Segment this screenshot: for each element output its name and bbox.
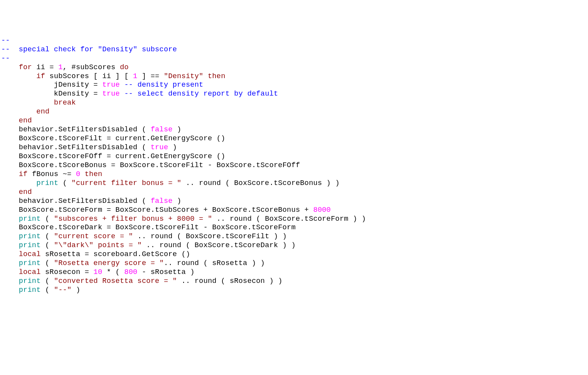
code-token: print xyxy=(19,241,41,249)
code-token: "--" xyxy=(54,286,72,294)
code-token: kDensity = xyxy=(1,90,102,98)
code-token: -- xyxy=(1,54,10,63)
code-token: "Rosetta energy score = " xyxy=(54,259,164,267)
code-token: ii = xyxy=(32,63,58,72)
code-token: print xyxy=(19,232,41,241)
code-line: local sRosetta = scoreboard.GetScore () xyxy=(1,250,588,259)
code-line: BoxScore.tScoreForm = BoxScore.tSubScore… xyxy=(1,206,588,215)
code-token: local xyxy=(19,268,41,276)
code-token: if xyxy=(19,170,28,178)
code-token xyxy=(203,72,208,80)
code-token xyxy=(1,215,19,223)
code-token: sRosetta = scoreboard.GetScore () xyxy=(41,250,190,258)
code-line: -- xyxy=(1,37,588,45)
code-token: -- special check for "Density" subscore xyxy=(1,45,177,54)
code-token: print xyxy=(36,179,58,187)
code-token: for xyxy=(19,63,32,72)
code-line: -- xyxy=(1,54,588,63)
code-token xyxy=(1,241,19,249)
code-token: 800 xyxy=(124,268,137,276)
code-token xyxy=(1,108,36,116)
code-token: ) xyxy=(168,143,177,152)
code-token: .. round ( BoxScore.tScoreDark ) ) xyxy=(142,241,296,249)
code-token: ] == xyxy=(137,72,164,80)
code-token: BoxScore.tScoreFilt = current.GetEnergyS… xyxy=(1,134,225,143)
code-token xyxy=(120,81,124,89)
code-token: 1 xyxy=(58,63,63,72)
code-token: BoxScore.tScoreFOff = current.GetEnergyS… xyxy=(1,152,225,160)
code-line: local sRosecon = 10 * ( 800 - sRosetta ) xyxy=(1,268,588,277)
code-token: false xyxy=(150,126,173,134)
code-token xyxy=(80,170,84,178)
code-token: "\"dark\" points = " xyxy=(54,241,142,249)
code-line: kDensity = true -- select density report… xyxy=(1,90,588,99)
code-token: .. round ( sRosetta ) ) xyxy=(164,259,265,267)
code-token: then xyxy=(208,72,225,80)
code-token: "Density" xyxy=(164,72,203,80)
code-line: end xyxy=(1,188,588,197)
code-line: print ( "current score = " .. round ( Bo… xyxy=(1,232,588,241)
code-token: end xyxy=(19,117,32,125)
code-token xyxy=(1,250,19,258)
code-token: 0 xyxy=(76,170,80,178)
code-token xyxy=(1,277,19,285)
code-token: false xyxy=(150,197,173,205)
code-token xyxy=(1,286,19,294)
code-token: .. round ( BoxScore.tScoreFilt ) ) xyxy=(133,232,287,241)
code-token: .. round ( BoxScore.tScoreBonus ) ) xyxy=(181,179,340,187)
code-token: end xyxy=(36,108,49,116)
code-token: print xyxy=(19,286,41,294)
code-line: if subScores [ ii ] [ 1 ] == "Density" t… xyxy=(1,72,588,81)
code-token: - sRosetta ) xyxy=(137,268,194,276)
code-token: 1 xyxy=(133,72,137,80)
code-token: ( xyxy=(41,215,54,223)
code-token: sRosecon = xyxy=(41,268,94,276)
code-line: -- special check for "Density" subscore xyxy=(1,45,588,54)
code-token: then xyxy=(85,170,102,178)
code-token: do xyxy=(120,63,129,72)
code-token xyxy=(1,63,19,72)
code-token xyxy=(1,268,19,276)
code-token: BoxScore.tScoreForm = BoxScore.tSubScore… xyxy=(1,206,313,214)
code-token xyxy=(1,117,19,125)
code-token: print xyxy=(19,277,41,285)
code-token: if xyxy=(36,72,45,80)
code-token: ( xyxy=(41,259,54,267)
code-token: behavior.SetFiltersDisabled ( xyxy=(1,197,150,205)
code-line: print ( "current filter bonus = " .. rou… xyxy=(1,179,588,188)
code-token: 10 xyxy=(93,268,102,276)
code-token: print xyxy=(19,259,41,267)
code-token: -- density present xyxy=(124,81,203,89)
code-token xyxy=(1,232,19,241)
code-token xyxy=(1,170,19,178)
code-token: .. round ( sRosecon ) ) xyxy=(177,277,282,285)
code-line: BoxScore.tScoreFilt = current.GetEnergyS… xyxy=(1,134,588,143)
code-token: behavior.SetFiltersDisabled ( xyxy=(1,126,150,134)
code-token: ( xyxy=(41,241,54,249)
code-token: ) xyxy=(173,197,182,205)
code-token xyxy=(1,259,19,267)
code-line: print ( "Rosetta energy score = ".. roun… xyxy=(1,259,588,268)
code-token: -- select density report by default xyxy=(124,90,278,98)
code-token: jDensity = xyxy=(1,81,102,89)
code-token xyxy=(1,188,19,196)
code-line: behavior.SetFiltersDisabled ( true ) xyxy=(1,143,588,152)
code-token: .. round ( BoxScore.tScoreForm ) ) xyxy=(212,215,366,223)
code-token: BoxScore.tScoreBonus = BoxScore.tScoreFi… xyxy=(1,161,300,169)
code-line: print ( "--" ) xyxy=(1,286,588,295)
code-token xyxy=(120,90,124,98)
code-token: ( xyxy=(41,286,54,294)
code-token: BoxScore.tScoreDark = BoxScore.tScoreFil… xyxy=(1,223,296,232)
code-token: 8000 xyxy=(313,206,331,214)
code-token: , #subScores xyxy=(63,63,120,72)
code-token xyxy=(1,72,36,80)
code-line: for ii = 1, #subScores do xyxy=(1,63,588,72)
code-token: behavior.SetFiltersDisabled ( xyxy=(1,143,150,152)
code-token: end xyxy=(19,188,32,196)
code-line: end xyxy=(1,117,588,126)
code-token: * ( xyxy=(102,268,124,276)
code-token: print xyxy=(19,215,41,223)
code-token: true xyxy=(102,90,120,98)
code-token: local xyxy=(19,250,41,258)
code-line: behavior.SetFiltersDisabled ( false ) xyxy=(1,197,588,206)
